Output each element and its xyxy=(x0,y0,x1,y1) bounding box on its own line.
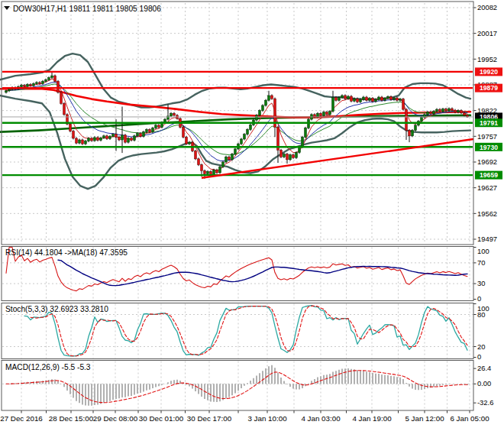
time-axis-label: 28 Dec 15:00 xyxy=(49,414,94,423)
stoch-tick-label: 80 xyxy=(477,310,485,319)
rsi-axis: 10070300 xyxy=(473,247,489,303)
time-axis-label: 4 Jan 19:00 xyxy=(352,414,392,423)
price-badge-value: 19920 xyxy=(480,68,498,76)
panel-borders xyxy=(2,2,473,410)
symbol-title: DOW30H17,H1 19811 19811 19805 19806 xyxy=(13,5,161,13)
main-panel: 2008220017199521988719822197571969219627… xyxy=(0,3,502,243)
price-tick-label: 19497 xyxy=(477,235,497,243)
time-axis-label: 30 Dec 01:00 xyxy=(139,414,184,423)
price-badge-value: 19730 xyxy=(480,144,498,151)
rsi-panel: 10070300 RSI(14) 44.1804 ->MA(18) 47.359… xyxy=(2,247,489,303)
collapse-chart-icon[interactable] xyxy=(4,6,10,10)
time-axis-label: 3 Jan 10:00 xyxy=(247,414,287,423)
time-axis-label: 6 Jan 05:00 xyxy=(450,414,489,423)
level-lines-layer xyxy=(2,72,473,178)
rsi-tick-label: 100 xyxy=(477,247,489,255)
macd-tick-label: 26.4 xyxy=(477,364,491,372)
rsi-tick-label: 30 xyxy=(477,279,485,287)
price-tick-label: 20017 xyxy=(477,29,497,37)
macd-axis: 26.40.00-32.6 xyxy=(473,364,493,407)
price-badge-value: 19791 xyxy=(480,119,498,127)
price-badge-value: 19879 xyxy=(480,84,498,92)
time-axis-label: 27 Dec 2016 xyxy=(0,414,43,423)
rsi-label: RSI(14) 44.1804 ->MA(18) 47.3595 xyxy=(5,248,128,257)
chart-window: 2008220017199521988719822197571969219627… xyxy=(0,0,504,428)
time-axis-label: 30 Dec 17:00 xyxy=(187,414,232,423)
macd-tick-label: -32.6 xyxy=(477,398,493,407)
stoch-axis: 10080200 xyxy=(473,304,489,361)
stoch-tick-label: 0 xyxy=(477,352,481,361)
price-tick-label: 19757 xyxy=(477,132,497,141)
rsi-tick-label: 0 xyxy=(477,294,481,303)
price-tick-label: 20082 xyxy=(477,3,497,11)
price-tick-label: 19627 xyxy=(477,183,497,192)
macd-panel: 26.40.00-32.6 MACD(12,26,9) -5.5 -5.3 xyxy=(2,362,493,410)
price-tick-label: 19952 xyxy=(477,55,497,63)
time-axis: 27 Dec 201628 Dec 15:0029 Dec 08:0030 De… xyxy=(0,410,489,423)
macd-tick-label: 0.00 xyxy=(477,379,491,387)
rsi-tick-label: 70 xyxy=(477,258,485,267)
stoch-label: Stoch(5,3,3) 32.6923 33.2810 xyxy=(5,305,108,313)
macd-label: MACD(12,26,9) -5.5 -5.3 xyxy=(5,363,91,371)
price-tick-label: 19562 xyxy=(477,209,497,218)
trading-chart: 2008220017199521988719822197571969219627… xyxy=(0,0,504,428)
stoch-tick-label: 20 xyxy=(477,342,485,351)
price-tick-label: 19692 xyxy=(477,157,497,166)
stochastic-panel: 10080200 Stoch(5,3,3) 32.6923 33.2810 xyxy=(2,304,489,361)
bollinger-bands-layer xyxy=(0,54,470,189)
time-axis-label: 29 Dec 08:00 xyxy=(93,414,138,423)
price-badge-value: 19659 xyxy=(480,171,498,179)
time-axis-label: 4 Jan 03:00 xyxy=(301,414,341,423)
time-axis-label: 5 Jan 12:00 xyxy=(405,414,444,423)
trendline[interactable] xyxy=(202,139,473,178)
